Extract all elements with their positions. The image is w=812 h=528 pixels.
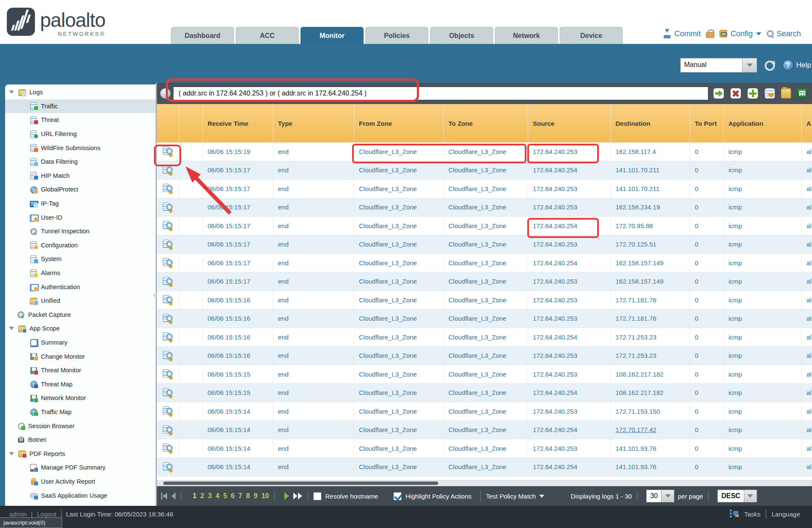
destination-cell[interactable]: 108.162.217.182 xyxy=(610,384,690,402)
page-number-6[interactable]: 6 xyxy=(231,492,235,500)
log-detail-icon[interactable] xyxy=(163,332,173,342)
to-zone-cell[interactable]: Cloudflare_L3_Zone xyxy=(443,198,528,217)
action-cell[interactable]: al xyxy=(801,384,812,402)
horizontal-scrollbar[interactable] xyxy=(157,480,812,486)
action-cell[interactable]: al xyxy=(801,161,812,180)
receive-time-cell[interactable]: 06/06 15:15:16 xyxy=(202,310,273,328)
receive-time-cell[interactable]: 06/06 15:15:14 xyxy=(202,402,273,421)
column-header-a[interactable]: A xyxy=(801,104,812,142)
to-port-cell[interactable]: 0 xyxy=(690,421,723,439)
source-cell[interactable]: 172.64.240.253 xyxy=(528,180,610,198)
clear-filter-button[interactable] xyxy=(731,88,741,99)
from-zone-cell[interactable]: Cloudflare_L3_Zone xyxy=(354,310,443,328)
log-detail-icon[interactable] xyxy=(163,444,173,453)
action-cell[interactable]: al xyxy=(801,235,812,254)
to-zone-cell[interactable]: Cloudflare_L3_Zone xyxy=(443,235,528,254)
type-cell[interactable]: end xyxy=(273,198,354,217)
source-cell[interactable]: 172.64.240.253 xyxy=(528,402,610,421)
source-cell[interactable]: 172.64.240.253 xyxy=(528,198,610,217)
to-zone-cell[interactable]: Cloudflare_L3_Zone xyxy=(443,365,528,383)
destination-cell[interactable]: 162.158.157.149 xyxy=(610,254,690,272)
to-port-cell[interactable]: 0 xyxy=(690,235,723,254)
action-cell[interactable]: al xyxy=(801,180,812,198)
source-cell[interactable]: 172.64.240.253 xyxy=(528,310,610,328)
column-header-from-zone[interactable]: From Zone xyxy=(354,104,443,142)
to-port-cell[interactable]: 0 xyxy=(690,384,723,402)
application-cell[interactable]: icmp xyxy=(723,402,801,421)
action-cell[interactable]: al xyxy=(801,365,812,383)
type-cell[interactable]: end xyxy=(273,254,354,272)
sidebar-item-manage-pdf-summary[interactable]: Manage PDF Summary xyxy=(5,461,156,475)
source-cell[interactable]: 172.64.240.253 xyxy=(528,142,610,161)
language-button[interactable]: Language xyxy=(772,511,800,518)
sidebar-item-threat[interactable]: Threat xyxy=(5,113,156,127)
sidebar-item-traffic[interactable]: Traffic xyxy=(5,99,156,113)
destination-cell[interactable]: 172.70.95.88 xyxy=(610,217,690,235)
action-cell[interactable]: al xyxy=(801,273,812,291)
receive-time-cell[interactable]: 06/06 15:15:14 xyxy=(202,421,273,439)
horizontal-scrollbar-thumb[interactable] xyxy=(163,482,438,485)
next-page-button[interactable] xyxy=(284,492,289,500)
destination-cell[interactable]: 172.71.181.76 xyxy=(610,310,690,328)
page-number-3[interactable]: 3 xyxy=(208,492,212,500)
log-detail-icon[interactable] xyxy=(163,240,173,249)
column-header-to-port[interactable]: To Port xyxy=(690,104,723,142)
action-cell[interactable]: al xyxy=(801,217,812,235)
type-cell[interactable]: end xyxy=(273,273,354,291)
to-port-cell[interactable]: 0 xyxy=(690,273,723,291)
first-page-button[interactable] xyxy=(161,493,167,499)
from-zone-cell[interactable]: Cloudflare_L3_Zone xyxy=(354,142,443,161)
destination-cell[interactable]: 162.158.157.149 xyxy=(610,273,690,291)
tasks-button[interactable]: Tasks xyxy=(744,511,760,518)
application-cell[interactable]: icmp xyxy=(723,217,801,235)
to-zone-cell[interactable]: Cloudflare_L3_Zone xyxy=(443,310,528,328)
application-cell[interactable]: icmp xyxy=(723,254,801,272)
from-zone-cell[interactable]: Cloudflare_L3_Zone xyxy=(354,180,443,198)
from-zone-cell[interactable]: Cloudflare_L3_Zone xyxy=(354,384,443,402)
source-cell[interactable]: 172.64.240.254 xyxy=(528,254,610,272)
resolve-hostname-checkbox[interactable] xyxy=(313,492,321,500)
log-detail-icon[interactable] xyxy=(163,425,173,435)
type-cell[interactable]: end xyxy=(273,180,354,198)
destination-cell[interactable]: 141.101.93.76 xyxy=(610,439,690,458)
log-detail-icon[interactable] xyxy=(163,221,173,230)
from-zone-cell[interactable]: Cloudflare_L3_Zone xyxy=(354,347,443,365)
type-cell[interactable]: end xyxy=(273,217,354,235)
type-cell[interactable]: end xyxy=(273,421,354,439)
add-filter-button[interactable] xyxy=(748,88,758,99)
log-detail-icon[interactable] xyxy=(163,351,173,360)
type-cell[interactable]: end xyxy=(273,328,354,346)
receive-time-cell[interactable]: 06/06 15:15:14 xyxy=(202,439,273,458)
application-cell[interactable]: icmp xyxy=(723,310,801,328)
column-header-destination[interactable]: Destination xyxy=(610,104,690,142)
page-number-2[interactable]: 2 xyxy=(200,492,204,500)
to-zone-cell[interactable]: Cloudflare_L3_Zone xyxy=(443,254,528,272)
to-zone-cell[interactable]: Cloudflare_L3_Zone xyxy=(443,180,528,198)
page-number-9[interactable]: 9 xyxy=(254,492,257,500)
action-cell[interactable]: al xyxy=(801,291,812,309)
per-page-select[interactable]: 30 xyxy=(646,490,674,502)
destination-cell[interactable]: 172.71.253.23 xyxy=(610,328,690,346)
log-detail-icon[interactable] xyxy=(163,295,173,305)
sidebar-item-tunnel-inspection[interactable]: Tunnel Inspection xyxy=(5,224,156,238)
receive-time-cell[interactable]: 06/06 15:15:16 xyxy=(202,291,273,309)
source-cell[interactable]: 172.64.240.254 xyxy=(528,328,610,346)
sidebar-item-saas-application-usage[interactable]: SaaS Application Usage xyxy=(5,488,156,502)
from-zone-cell[interactable]: Cloudflare_L3_Zone xyxy=(354,254,443,272)
source-cell[interactable]: 172.64.240.254 xyxy=(528,217,610,235)
sidebar-item-ip-tag[interactable]: IP-Tag xyxy=(5,197,156,211)
from-zone-cell[interactable]: Cloudflare_L3_Zone xyxy=(354,198,443,217)
column-header-receive-time[interactable]: Receive Time xyxy=(202,104,273,142)
to-port-cell[interactable]: 0 xyxy=(690,198,723,217)
destination-cell[interactable]: 141.101.70.211 xyxy=(610,161,690,180)
to-port-cell[interactable]: 0 xyxy=(690,180,723,198)
destination-cell[interactable]: 172.71.153.150 xyxy=(610,402,690,421)
to-port-cell[interactable]: 0 xyxy=(690,439,723,458)
export-logs-button[interactable] xyxy=(797,88,807,99)
sidebar-item-globalprotect[interactable]: GlobalProtect xyxy=(5,183,156,197)
sidebar-item-botnet[interactable]: Botnet xyxy=(5,433,156,447)
tab-device[interactable]: Device xyxy=(560,27,623,44)
sidebar-item-alarms[interactable]: Alarms xyxy=(5,266,156,280)
application-cell[interactable]: icmp xyxy=(723,458,801,476)
source-cell[interactable]: 172.64.240.254 xyxy=(528,161,610,180)
